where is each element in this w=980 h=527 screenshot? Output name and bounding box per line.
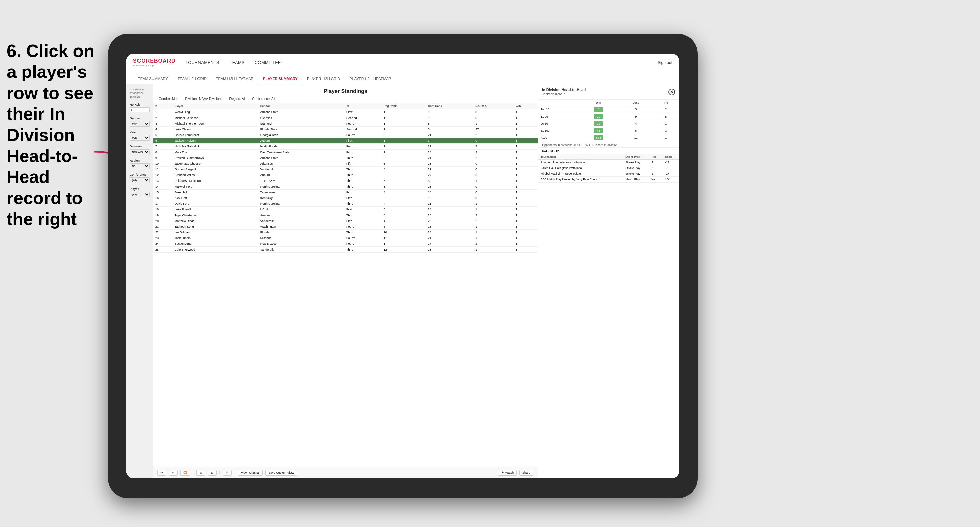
cell-win: 1	[514, 207, 538, 213]
standings-container: Player Standings Gender: Men Division: N…	[153, 84, 538, 478]
table-row[interactable]: 20 Matthew Riedel Vanderbilt Fifth 4 23 …	[153, 218, 538, 224]
table-row[interactable]: 8 Mats Ege East Tennessee State Fifth 1 …	[153, 149, 538, 155]
cell-win: 1	[514, 155, 538, 161]
sep2: |	[220, 471, 220, 475]
watch-btn[interactable]: 👁 Watch	[498, 470, 517, 476]
view-original-btn[interactable]: View: Original	[238, 470, 262, 476]
table-row[interactable]: 25 Cole Sherwood Vanderbilt Third 12 23 …	[153, 247, 538, 252]
paste-btn[interactable]: ⊡	[208, 470, 217, 476]
h2h-win: 22	[578, 120, 619, 127]
table-row[interactable]: 19 Tiger Christensen Arizona Third 8 23 …	[153, 213, 538, 218]
cell-num: 19	[153, 213, 173, 218]
nav-teams[interactable]: TEAMS	[229, 59, 245, 66]
table-row[interactable]: 23 Jack Lundin Missouri Fourth 11 24 1 1	[153, 235, 538, 241]
sub-nav-team-h2h-grid[interactable]: TEAM H2H GRID	[173, 74, 211, 84]
view-original-label: View: Original	[241, 471, 259, 475]
nav-tournaments[interactable]: TOURNAMENTS	[186, 59, 220, 66]
cell-num: 25	[153, 247, 173, 252]
table-row[interactable]: 6 Jackson Koivun Auburn First 1 3 0 1	[153, 138, 538, 144]
sub-nav-team-summary[interactable]: TEAM SUMMARY	[133, 74, 173, 84]
year-select[interactable]: (All)	[130, 135, 150, 141]
table-row[interactable]: 22 Ian Gilligan Florida Third 10 24 1 1	[153, 230, 538, 235]
cell-reg: 1	[382, 115, 426, 121]
table-row[interactable]: 7 Nicholas Gabrelcik North Florida Fourt…	[153, 144, 538, 149]
sep1: |	[193, 471, 194, 475]
sub-nav-player-summary[interactable]: PLAYER SUMMARY	[258, 74, 302, 84]
cell-conf: 24	[426, 155, 473, 161]
table-row[interactable]: 3 Michael Thorbjornsen Stanford Fourth 1…	[153, 121, 538, 127]
h2h-col-rank	[538, 100, 578, 106]
table-row[interactable]: 17 David Ford North Carolina Third 4 21 …	[153, 201, 538, 207]
table-row[interactable]: 10 Jacob Mac Cheese Arkansas Fifth 3 23 …	[153, 161, 538, 167]
nav-committee[interactable]: COMMITTEE	[255, 59, 281, 66]
h2h-panel: In Division Head-to-Head Jackson Koivun …	[538, 84, 679, 478]
cell-num: 15	[153, 190, 173, 195]
cell-school: Vanderbilt	[258, 247, 344, 252]
table-row[interactable]: 9 Preston Summerhays Arizona State Third…	[153, 155, 538, 161]
table-row[interactable]: 14 Maxwell Ford North Carolina Third 3 2…	[153, 184, 538, 190]
t-score: -17	[662, 160, 679, 165]
cell-rds: 0	[473, 184, 514, 190]
cell-school: Auburn	[258, 172, 344, 178]
table-row[interactable]: 5 Christo Lamprecht Georgia Tech Fourth …	[153, 132, 538, 138]
h2h-row: >100 578 11 1	[538, 134, 679, 141]
sign-out-link[interactable]: Sign out	[657, 60, 672, 65]
tournament-row: Fallen Oak Collegiate Invitational Strok…	[538, 165, 679, 171]
sub-nav-player-h2h-grid[interactable]: PLAYER H2H GRID	[302, 74, 345, 84]
table-row[interactable]: 12 Brendan Valles Auburn Third 3 27 0 1	[153, 172, 538, 178]
cell-conf: 23	[426, 218, 473, 224]
cell-player: David Ford	[173, 201, 258, 207]
undo-btn[interactable]: ↩	[158, 470, 166, 476]
copy-btn[interactable]: ⊞	[196, 470, 205, 476]
table-row[interactable]: 18 Luke Powell UCLA First 5 24 1 1	[153, 207, 538, 213]
region-select[interactable]: N/a	[130, 163, 150, 169]
save-custom-btn[interactable]: Save Custom View	[265, 470, 297, 476]
cell-rds: 0	[473, 190, 514, 195]
t-score: -17	[662, 171, 679, 177]
h2h-loss: 6	[619, 127, 653, 134]
cell-reg: 4	[382, 167, 426, 172]
cell-rds: 2	[473, 149, 514, 155]
h2h-rank: 11-25	[538, 113, 578, 120]
table-row[interactable]: 16 Alex Goff Kentucky Fifth 8 19 0 1	[153, 195, 538, 201]
no-rds-input[interactable]	[130, 108, 150, 113]
gender-select[interactable]: Men	[130, 121, 150, 127]
cell-yr: Third	[344, 213, 382, 218]
table-row[interactable]: 21 Taehoon Song Washington Fourth 6 23 1…	[153, 224, 538, 230]
sub-nav-player-h2h-heatmap[interactable]: PLAYER H2H HEATMAP	[345, 74, 396, 84]
cell-yr: First	[344, 138, 382, 144]
table-row[interactable]: 11 Gordon Sargent Vanderbilt Third 4 21 …	[153, 167, 538, 172]
cell-rds: 27	[473, 127, 514, 132]
t-type: Stroke Play	[623, 165, 649, 171]
cell-num: 21	[153, 224, 173, 230]
cell-rds: 0	[473, 115, 514, 121]
tournament-table: Tournament Event Type Pos Score Amer Am …	[538, 154, 679, 183]
table-row[interactable]: 2 Michael La Sasso Ole Miss Second 1 19 …	[153, 115, 538, 121]
col-no-rds: No. Rds.	[473, 103, 514, 110]
cell-conf: 24	[426, 230, 473, 235]
table-row[interactable]: 24 Bastien Amat New Mexico Fourth 1 27 2…	[153, 241, 538, 247]
cell-num: 23	[153, 235, 173, 241]
cell-rds: 0	[473, 195, 514, 201]
h2h-close-btn[interactable]: ✕	[668, 89, 675, 95]
cell-rds: 2	[473, 155, 514, 161]
sub-nav-team-h2h-heatmap[interactable]: TEAM H2H HEATMAP	[211, 74, 258, 84]
table-row[interactable]: 13 Phichaksn Maichon Texas A&M Third 6 3…	[153, 178, 538, 184]
h2h-rank: Top 10	[538, 106, 578, 113]
player-select[interactable]: (All)	[130, 192, 150, 197]
refresh-btn[interactable]: ↻	[223, 470, 232, 476]
conference-select[interactable]: (All)	[130, 178, 150, 183]
table-row[interactable]: 15 Jake Hall Tennessee Fifth 4 18 0 1	[153, 190, 538, 195]
division-select[interactable]: NCAA Division I	[130, 149, 150, 155]
forward-btn[interactable]: ⏩	[180, 470, 190, 476]
nav-items: TOURNAMENTS TEAMS COMMITTEE	[186, 59, 657, 66]
table-row[interactable]: 4 Luke Claton Florida State Second 1 3 2…	[153, 127, 538, 132]
cell-player: Cole Sherwood	[173, 247, 258, 252]
share-btn[interactable]: Share	[519, 470, 533, 476]
table-row[interactable]: 1 Wenyi Ding Arizona State First 1 1 8 1	[153, 110, 538, 115]
cell-win: 1	[514, 235, 538, 241]
redo-btn[interactable]: ↪	[169, 470, 178, 476]
cell-player: Wenyi Ding	[173, 110, 258, 115]
cell-yr: Third	[344, 230, 382, 235]
h2h-table: Win Loss Tie Top 10 8 3 2 11-25 20 9 5 2…	[538, 100, 679, 141]
